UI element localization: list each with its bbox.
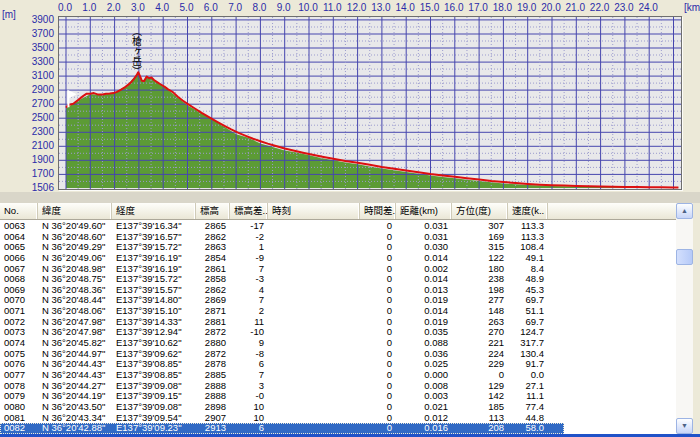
scrollbar-track[interactable] (676, 219, 693, 418)
table-row[interactable]: 0070N 36°20'48.44"E137°39'14.80"2869700.… (0, 295, 676, 306)
table-row[interactable]: 0075N 36°20'44.97"E137°39'09.62"2872-800… (0, 349, 676, 360)
column-header[interactable]: No. (0, 203, 38, 219)
cell: 2885 (196, 370, 230, 381)
cell: 0.013 (396, 285, 452, 296)
scroll-up-button[interactable]: ▲ (676, 203, 693, 219)
cell: 113.3 (508, 221, 548, 232)
cell: 0 (360, 221, 396, 232)
elevation-plot[interactable] (58, 16, 682, 190)
column-header[interactable]: 標高差.. (230, 203, 268, 219)
cell (268, 381, 360, 392)
cell: 0.0 (508, 370, 548, 381)
table-row[interactable]: 0079N 36°20'44.19"E137°39'09.15"2888-000… (0, 391, 676, 402)
cell: 2878 (196, 359, 230, 370)
column-header[interactable]: 速度(k.. (508, 203, 548, 219)
cell: 148 (452, 306, 508, 317)
cell: N 36°20'44.43" (38, 370, 112, 381)
cell: 277 (452, 295, 508, 306)
column-header[interactable]: 方位(度) (452, 203, 508, 219)
y-tick-label: 3500 (0, 42, 54, 53)
table-row[interactable]: 0069N 36°20'48.36"E137°39'15.57"2862400.… (0, 285, 676, 296)
cell: 0 (360, 391, 396, 402)
y-tick-label: 2100 (0, 140, 54, 151)
cell: N 36°20'43.50" (38, 402, 112, 413)
cell: 49.1 (508, 253, 548, 264)
cell (268, 264, 360, 275)
table-row[interactable]: 0068N 36°20'48.75"E137°39'15.72"2858-300… (0, 274, 676, 285)
cell (268, 242, 360, 253)
cell: E137°39'16.19" (112, 253, 196, 264)
column-header[interactable]: 標高 (196, 203, 230, 219)
cell: E137°39'14.80" (112, 295, 196, 306)
cell: 2862 (196, 285, 230, 296)
row-filler (564, 370, 676, 381)
peak-annotation: （槍ヶ岳） (129, 26, 141, 76)
cell: E137°39'15.72" (112, 274, 196, 285)
table-row[interactable]: 0067N 36°20'48.98"E137°39'16.19"2861700.… (0, 264, 676, 275)
cell: 48.9 (508, 274, 548, 285)
cell: 7 (230, 295, 268, 306)
cell: 0068 (0, 274, 38, 285)
cell: 307 (452, 221, 508, 232)
cell: 2871 (196, 306, 230, 317)
cell (268, 317, 360, 328)
table-row[interactable]: 0081N 36°20'43.34"E137°39'09.54"29071000… (0, 413, 676, 424)
cell: 238 (452, 274, 508, 285)
table-row[interactable]: 0065N 36°20'49.29"E137°39'15.72"2863100.… (0, 242, 676, 253)
cell: 2 (230, 306, 268, 317)
cell: 0.016 (396, 423, 452, 434)
row-filler (564, 349, 676, 360)
scroll-up-icon: ▲ (681, 207, 688, 214)
table-row[interactable]: 0066N 36°20'49.06"E137°39'16.19"2854-900… (0, 253, 676, 264)
table-row[interactable]: 0063N 36°20'49.60"E137°39'16.34"2865-170… (0, 221, 676, 232)
x-axis-unit: [km] (684, 2, 700, 13)
cell: 0 (360, 285, 396, 296)
table-row[interactable]: 0072N 36°20'47.98"E137°39'14.33"28811100… (0, 317, 676, 328)
x-tick-label: 24.0 (633, 2, 663, 13)
cell (268, 232, 360, 243)
cell: 0.014 (396, 274, 452, 285)
table-row[interactable]: 0071N 36°20'48.06"E137°39'15.10"2871200.… (0, 306, 676, 317)
scrollbar-thumb[interactable] (676, 249, 693, 265)
table-row[interactable]: 0064N 36°20'48.60"E137°39'16.57"2862-200… (0, 232, 676, 243)
table-row[interactable]: 0074N 36°20'45.82"E137°39'10.62"2880900.… (0, 338, 676, 349)
cell: 0069 (0, 285, 38, 296)
cell (268, 402, 360, 413)
table-row-selected[interactable]: 0082N 36°20'42.88"E137°39'09.23"2913600.… (0, 423, 676, 434)
table-row[interactable]: 0073N 36°20'47.98"E137°39'12.94"2872-100… (0, 327, 676, 338)
cell: 0072 (0, 317, 38, 328)
table-scrollbar[interactable]: ▲ ▼ (676, 203, 693, 434)
y-tick-label: 2900 (0, 84, 54, 95)
cell: N 36°20'44.27" (38, 381, 112, 392)
row-filler (564, 338, 676, 349)
column-header[interactable]: 時間差.. (360, 203, 396, 219)
cell: 2888 (196, 391, 230, 402)
scroll-down-button[interactable]: ▼ (676, 418, 693, 434)
table-row[interactable]: 0076N 36°20'44.43"E137°39'08.85"2878600.… (0, 359, 676, 370)
gps-track-window: [m] [km] 0.01.02.03.04.05.06.07.08.09.01… (0, 0, 700, 437)
column-header[interactable]: 緯度 (38, 203, 112, 219)
cell (268, 253, 360, 264)
column-header-filler (548, 203, 676, 219)
cell: 208 (452, 423, 508, 434)
cell: 2869 (196, 295, 230, 306)
cell: N 36°20'43.34" (38, 413, 112, 424)
row-filler (564, 295, 676, 306)
scroll-down-icon: ▼ (681, 422, 688, 429)
cell (268, 391, 360, 402)
table-row[interactable]: 0080N 36°20'43.50"E137°39'09.08"28981000… (0, 402, 676, 413)
column-header[interactable]: 時刻 (268, 203, 360, 219)
cell: 0076 (0, 359, 38, 370)
column-header[interactable]: 距離(km) (396, 203, 452, 219)
cell: 8.4 (508, 264, 548, 275)
row-filler (564, 264, 676, 275)
cell: 2881 (196, 317, 230, 328)
column-header[interactable]: 経度 (112, 203, 196, 219)
cell: 0 (360, 402, 396, 413)
cell: 0.012 (396, 413, 452, 424)
table-body: 0063N 36°20'49.60"E137°39'16.34"2865-170… (0, 221, 676, 434)
table-row[interactable]: 0077N 36°20'44.43"E137°39'08.85"2885700.… (0, 370, 676, 381)
table-row[interactable]: 0078N 36°20'44.27"E137°39'09.08"2888300.… (0, 381, 676, 392)
y-tick-label: 1700 (0, 168, 54, 179)
cell: E137°39'08.85" (112, 370, 196, 381)
